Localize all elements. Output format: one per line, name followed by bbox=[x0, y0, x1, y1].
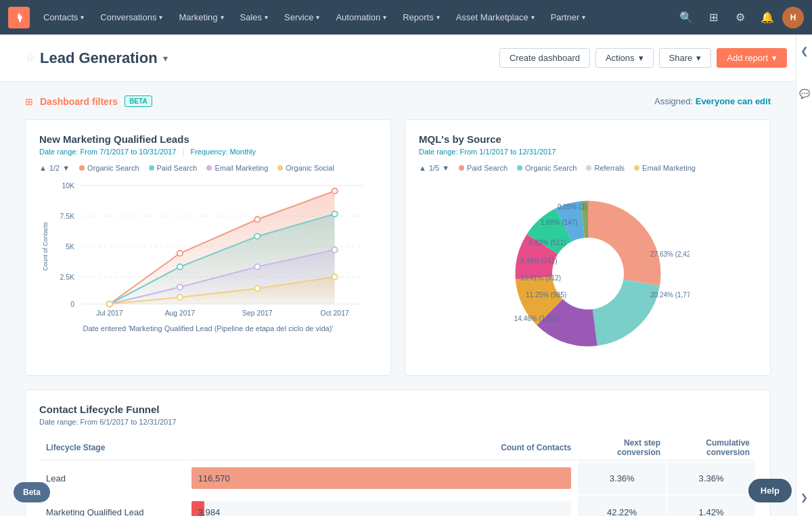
chart1-pagination[interactable]: ▲ 1/2 ▼ bbox=[39, 164, 70, 172]
legend-dot-2 bbox=[206, 165, 212, 171]
assigned-label: Assigned: bbox=[654, 96, 693, 106]
main-content: ⊞ Dashboard filters BETA Assigned: Every… bbox=[0, 82, 812, 516]
nav-item-sales[interactable]: Sales ▾ bbox=[232, 0, 277, 35]
svg-text:1.68% (147): 1.68% (147) bbox=[541, 219, 577, 226]
top-navigation: Contacts ▾ Conversations ▾ Marketing ▾ S… bbox=[0, 0, 812, 35]
share-button[interactable]: Share ▾ bbox=[659, 48, 712, 68]
svg-point-22 bbox=[177, 264, 183, 270]
legend-item-0: Organic Search bbox=[79, 164, 139, 172]
x-axis-label: Date entered 'Marketing Qualified Lead (… bbox=[39, 324, 377, 332]
apps-icon[interactable]: ⊞ bbox=[701, 5, 725, 30]
svg-point-29 bbox=[332, 247, 337, 253]
nav-item-asset-marketplace[interactable]: Asset Marketplace ▾ bbox=[448, 0, 543, 35]
funnel-next-pct: 42.22% bbox=[578, 496, 666, 516]
svg-text:0: 0 bbox=[70, 301, 74, 308]
expand-button[interactable]: ❯ bbox=[800, 492, 808, 502]
actions-button[interactable]: Actions ▾ bbox=[595, 48, 654, 68]
dashboard-grid: New Marketing Qualified Leads Date range… bbox=[25, 119, 771, 376]
svg-point-31 bbox=[107, 301, 112, 307]
nav-item-automation[interactable]: Automation ▾ bbox=[328, 0, 394, 35]
main-layout: ⊞ Dashboard filters BETA Assigned: Every… bbox=[0, 82, 812, 516]
header-actions: Create dashboard Actions ▾ Share ▾ Add r… bbox=[499, 48, 787, 68]
assigned-value[interactable]: Everyone can edit bbox=[696, 96, 771, 106]
svg-text:11.25% (985): 11.25% (985) bbox=[526, 291, 566, 299]
nav-item-reports[interactable]: Reports ▾ bbox=[394, 0, 448, 35]
collapse-sidebar-button[interactable]: ❮ bbox=[800, 40, 809, 62]
title-area: ☆ Lead Generation ▾ bbox=[25, 49, 499, 67]
svg-text:Jul 2017: Jul 2017 bbox=[96, 309, 123, 317]
right-panel: ❮ 💬 ❯ bbox=[796, 35, 812, 516]
funnel-stage-label: Marketing Qualified Lead bbox=[41, 496, 185, 516]
svg-text:10.41% (912): 10.41% (912) bbox=[520, 274, 561, 282]
hubspot-logo[interactable] bbox=[8, 7, 30, 28]
line-chart: 10K 7.5K 5K 2.5K 0 Count of Contacts Jul… bbox=[39, 179, 377, 328]
chart2-legend-2: Referrals bbox=[586, 164, 625, 172]
svg-point-17 bbox=[177, 251, 183, 256]
settings-icon[interactable]: ⚙ bbox=[728, 5, 752, 30]
svg-text:Aug 2017: Aug 2017 bbox=[165, 309, 196, 317]
funnel-subtitle: Date range: From 6/1/2017 to 12/31/2017 bbox=[39, 418, 757, 426]
filters-label[interactable]: Dashboard filters bbox=[40, 96, 118, 107]
funnel-stage-label: Lead bbox=[41, 462, 185, 494]
svg-point-23 bbox=[254, 234, 260, 239]
nav-right-actions: 🔍 ⊞ ⚙ 🔔 H bbox=[674, 5, 804, 30]
chart2-pagination[interactable]: ▲ 1/5 ▼ bbox=[419, 164, 449, 172]
page-title: Lead Generation bbox=[40, 49, 158, 67]
svg-point-27 bbox=[177, 284, 183, 290]
create-dashboard-button[interactable]: Create dashboard bbox=[499, 48, 590, 68]
donut-chart: 27.63% (2,420) 20.24% (1,773) 14.46% (1,… bbox=[419, 179, 757, 362]
col-stage: Lifecycle Stage bbox=[41, 435, 185, 460]
nav-item-marketing[interactable]: Marketing ▾ bbox=[171, 0, 231, 35]
funnel-row: Lead 116,570 3.36% 3.36% bbox=[41, 462, 755, 494]
filter-grid-icon: ⊞ bbox=[25, 96, 33, 107]
funnel-card: Contact Lifecycle Funnel Date range: Fro… bbox=[25, 389, 771, 516]
favorite-star-icon[interactable]: ☆ bbox=[25, 51, 35, 64]
help-bubble[interactable]: Help bbox=[748, 479, 792, 502]
filters-left: ⊞ Dashboard filters BETA bbox=[25, 95, 152, 107]
assigned-area: Assigned: Everyone can edit bbox=[654, 96, 771, 106]
funnel-row: Marketing Qualified Lead 3,984 42.22% 1.… bbox=[41, 496, 755, 516]
notifications-icon[interactable]: 🔔 bbox=[755, 5, 780, 30]
svg-text:10K: 10K bbox=[62, 182, 74, 190]
beta-bubble[interactable]: Beta bbox=[14, 482, 50, 502]
chart1-subtitle: Date range: From 7/1/2017 to 10/31/2017 … bbox=[39, 148, 377, 156]
svg-text:Oct 2017: Oct 2017 bbox=[321, 309, 349, 317]
chart2-subtitle: Date range: From 1/1/2017 to 12/31/2017 bbox=[419, 148, 757, 156]
svg-text:20.24% (1,773): 20.24% (1,773) bbox=[650, 291, 690, 299]
svg-point-18 bbox=[254, 217, 260, 222]
title-dropdown-icon[interactable]: ▾ bbox=[163, 53, 168, 64]
nav-item-partner[interactable]: Partner ▾ bbox=[543, 0, 594, 35]
chat-button[interactable]: 💬 bbox=[799, 89, 810, 99]
chart2-legend-0: Paid Search bbox=[459, 164, 508, 172]
svg-text:5.83% (511): 5.83% (511) bbox=[529, 239, 566, 246]
svg-point-28 bbox=[254, 264, 260, 270]
funnel-count: 116,570 bbox=[191, 473, 230, 483]
nav-item-contacts[interactable]: Contacts ▾ bbox=[35, 0, 92, 35]
svg-text:Sep 2017: Sep 2017 bbox=[242, 309, 273, 317]
chart2-legend-1: Organic Search bbox=[517, 164, 577, 172]
col-cumulative: Cumulative conversion bbox=[667, 435, 755, 460]
funnel-cum-pct: 1.42% bbox=[667, 496, 755, 516]
funnel-count: 3,984 bbox=[191, 507, 221, 517]
user-avatar[interactable]: H bbox=[782, 7, 804, 28]
legend-dot-0 bbox=[79, 165, 85, 171]
col-next: Next step conversion bbox=[578, 435, 666, 460]
beta-badge: BETA bbox=[125, 95, 152, 107]
chart1-legend: ▲ 1/2 ▼ Organic Search Paid Search bbox=[39, 164, 377, 172]
legend-dot-1 bbox=[149, 165, 154, 171]
new-mql-card: New Marketing Qualified Leads Date range… bbox=[25, 119, 391, 376]
chart2-legend: ▲ 1/5 ▼ Paid Search Organic Search bbox=[419, 164, 757, 172]
svg-point-19 bbox=[332, 188, 337, 194]
nav-item-conversations[interactable]: Conversations ▾ bbox=[92, 0, 171, 35]
funnel-cum-pct: 3.36% bbox=[667, 462, 755, 494]
add-report-button[interactable]: Add report ▾ bbox=[717, 48, 787, 68]
legend-item-2: Email Marketing bbox=[206, 164, 268, 172]
nav-item-service[interactable]: Service ▾ bbox=[276, 0, 328, 35]
funnel-title: Contact Lifecycle Funnel bbox=[39, 404, 757, 415]
svg-text:7.5K: 7.5K bbox=[60, 213, 75, 220]
svg-point-24 bbox=[332, 211, 337, 217]
funnel-bar-cell: 3,984 bbox=[186, 496, 577, 516]
search-icon[interactable]: 🔍 bbox=[674, 5, 698, 30]
svg-point-33 bbox=[254, 286, 260, 291]
chart2-title: MQL's by Source bbox=[419, 133, 757, 145]
